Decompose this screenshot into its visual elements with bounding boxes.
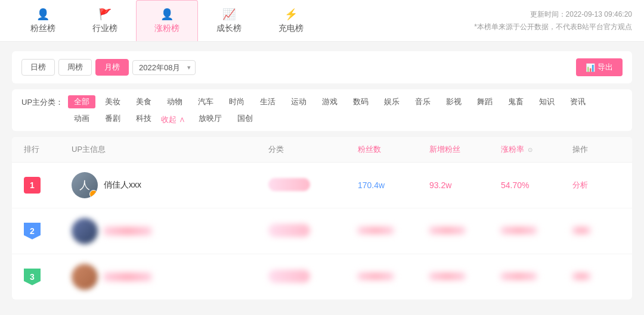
cat-life[interactable]: 生活 xyxy=(254,95,281,108)
excel-icon: 📊 xyxy=(586,63,595,72)
growth-icon: 👤 xyxy=(160,8,174,21)
category-tag-3 xyxy=(268,270,310,283)
col-upinfo-header: UP主信息 xyxy=(72,144,268,155)
cat-food[interactable]: 美食 xyxy=(130,95,157,108)
collapse-btn[interactable]: 收起 ∧ xyxy=(161,112,185,125)
analyze-link-1[interactable]: 分析 xyxy=(572,180,588,189)
period-day-btn[interactable]: 日榜 xyxy=(21,59,55,76)
avatar-2 xyxy=(72,218,98,244)
industry-icon: 🚩 xyxy=(98,8,112,21)
category-tag-1 xyxy=(268,178,310,191)
cat-bangumi[interactable]: 番剧 xyxy=(99,112,126,125)
update-time-label: 更新时间： xyxy=(530,10,566,18)
fans-cell-2 xyxy=(358,226,429,236)
category-items: 全部 美妆 美食 动物 汽车 时尚 生活 运动 游戏 数码 娱乐 音乐 影视 舞… xyxy=(68,95,623,125)
category-bar: UP主分类： 全部 美妆 美食 动物 汽车 时尚 生活 运动 游戏 数码 娱乐 … xyxy=(12,89,632,131)
avatar-3 xyxy=(72,264,98,290)
cat-tech[interactable]: 数码 xyxy=(347,95,374,108)
table-row: 1 人 俏佳人xxx 170.4w 93.2w 54.70% xyxy=(12,163,632,208)
analyze-link-2 xyxy=(572,227,590,234)
growth-rate-cell-3 xyxy=(501,272,572,282)
cat-science[interactable]: 科技 xyxy=(130,112,157,125)
growth-rate-3 xyxy=(501,273,537,280)
rank-badge-1: 1 xyxy=(24,177,41,194)
nav-tabs: 👤 粉丝榜 🚩 行业榜 👤 涨粉榜 📈 成长榜 ⚡ 充电榜 xyxy=(12,0,322,41)
sort-icon[interactable]: ⊙ xyxy=(528,146,532,153)
period-week-btn[interactable]: 周榜 xyxy=(58,59,92,76)
col-rank-header: 排行 xyxy=(24,144,72,155)
growth-rate-cell-2 xyxy=(501,226,572,236)
cat-national[interactable]: 国创 xyxy=(231,112,259,125)
col-growthrate-header: 涨粉率 ⊙ xyxy=(501,144,572,155)
col-newfans-header: 新增粉丝 xyxy=(429,144,501,155)
avatar-1: 人 xyxy=(72,172,98,198)
filter-bar: 日榜 周榜 月榜 2022年08月 2022年07月 2022年06月 📊 导出 xyxy=(12,51,632,83)
rank-badge-3: 3 xyxy=(24,269,41,285)
period-month-btn[interactable]: 月榜 xyxy=(95,59,129,76)
fans-icon: 👤 xyxy=(36,8,49,21)
top-nav: 👤 粉丝榜 🚩 行业榜 👤 涨粉榜 📈 成长榜 ⚡ 充电榜 更新时间：2022-… xyxy=(0,0,644,42)
rank-cell-2: 2 xyxy=(24,223,72,239)
table-row: 2 xyxy=(12,208,632,254)
month-select[interactable]: 2022年08月 2022年07月 2022年06月 xyxy=(132,60,196,75)
fans-cell-1: 170.4w xyxy=(358,180,429,190)
new-fans-cell-3 xyxy=(429,272,501,282)
tab-fans[interactable]: 👤 粉丝榜 xyxy=(12,0,74,41)
export-button[interactable]: 📊 导出 xyxy=(576,58,623,76)
cat-meme[interactable]: 鬼畜 xyxy=(502,95,530,108)
avatar-badge-1 xyxy=(89,190,98,198)
tab-growth[interactable]: 👤 涨粉榜 xyxy=(136,0,198,41)
rank-cell-1: 1 xyxy=(24,177,72,194)
rank-cell-3: 3 xyxy=(24,269,72,285)
category-cell-2 xyxy=(268,224,358,239)
tab-rise-label: 成长榜 xyxy=(216,23,242,34)
fans-count-3 xyxy=(358,273,394,280)
cat-beauty[interactable]: 美妆 xyxy=(99,95,126,108)
tab-charge[interactable]: ⚡ 充电榜 xyxy=(260,0,322,41)
cat-film[interactable]: 影视 xyxy=(440,95,467,108)
table-row: 3 xyxy=(12,254,632,300)
cat-knowledge[interactable]: 知识 xyxy=(533,95,561,108)
new-fans-cell-1: 93.2w xyxy=(429,180,501,190)
username-3 xyxy=(104,273,151,281)
cat-sports[interactable]: 运动 xyxy=(285,95,312,108)
tab-rise[interactable]: 📈 成长榜 xyxy=(198,0,260,41)
cat-animation[interactable]: 动画 xyxy=(68,112,95,125)
growth-rate-1: 54.70% xyxy=(501,180,529,190)
tab-charge-label: 充电榜 xyxy=(278,23,304,34)
cat-cinema[interactable]: 放映厅 xyxy=(193,112,228,125)
fans-cell-3 xyxy=(358,272,429,282)
cat-dance[interactable]: 舞蹈 xyxy=(471,95,499,108)
growth-rate-cell-1: 54.70% xyxy=(501,180,572,190)
fans-count-2 xyxy=(358,227,394,234)
new-fans-2 xyxy=(429,227,465,234)
analyze-link-3 xyxy=(572,273,590,280)
export-label: 导出 xyxy=(597,62,613,73)
cat-music[interactable]: 音乐 xyxy=(409,95,436,108)
action-cell-3 xyxy=(572,272,620,282)
col-action-header: 操作 xyxy=(572,144,620,155)
cat-games[interactable]: 游戏 xyxy=(316,95,343,108)
tab-growth-label: 涨粉榜 xyxy=(154,23,179,34)
update-time: 2022-09-13 09:46:20 xyxy=(566,10,632,18)
cat-animal[interactable]: 动物 xyxy=(161,95,188,108)
month-select-wrapper: 2022年08月 2022年07月 2022年06月 xyxy=(132,60,196,75)
user-info-1: 人 俏佳人xxx xyxy=(72,172,268,198)
content: 日榜 周榜 月榜 2022年08月 2022年07月 2022年06月 📊 导出… xyxy=(0,42,644,309)
cat-fashion[interactable]: 时尚 xyxy=(223,95,250,108)
rank-badge-2: 2 xyxy=(24,223,41,239)
category-cell-1 xyxy=(268,178,358,193)
tab-industry[interactable]: 🚩 行业榜 xyxy=(74,0,136,41)
new-fans-3 xyxy=(429,273,465,280)
cat-entertainment[interactable]: 娱乐 xyxy=(378,95,405,108)
username-2 xyxy=(104,227,151,235)
rise-icon: 📈 xyxy=(222,8,236,21)
cat-news[interactable]: 资讯 xyxy=(564,95,592,108)
tab-industry-label: 行业榜 xyxy=(92,23,117,34)
category-cell-3 xyxy=(268,270,358,285)
cat-all[interactable]: 全部 xyxy=(68,95,95,108)
category-bar-label: UP主分类： xyxy=(21,95,63,108)
disclaimer: *本榜单来源于公开数据，不代表B站平台官方观点 xyxy=(474,21,632,33)
action-cell-1[interactable]: 分析 xyxy=(572,180,620,191)
cat-car[interactable]: 汽车 xyxy=(192,95,219,108)
